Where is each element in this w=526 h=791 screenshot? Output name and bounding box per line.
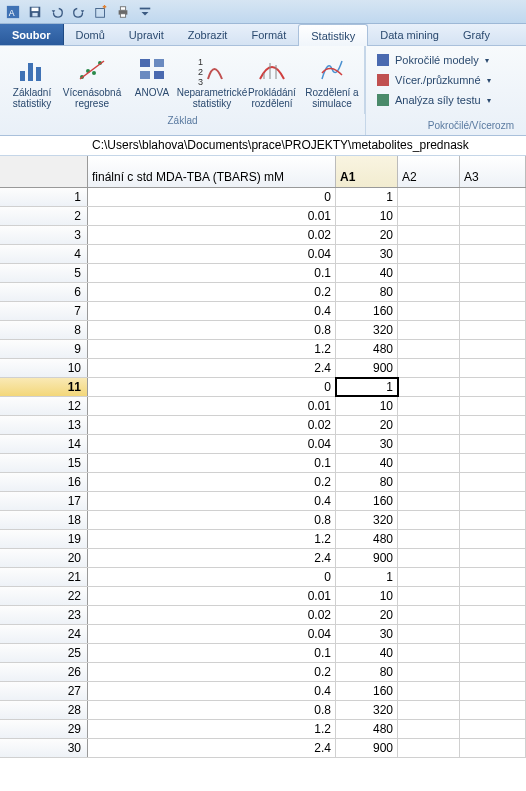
cell[interactable] <box>460 321 526 339</box>
cell[interactable]: 0.8 <box>88 701 336 719</box>
cell[interactable]: 320 <box>336 511 398 529</box>
table-row[interactable]: 302.4900 <box>0 739 526 758</box>
row-header[interactable]: 5 <box>0 264 88 282</box>
table-row[interactable]: 60.280 <box>0 283 526 302</box>
row-header[interactable]: 4 <box>0 245 88 263</box>
menu-file[interactable]: Soubor <box>0 24 64 45</box>
row-header[interactable]: 9 <box>0 340 88 358</box>
cell[interactable]: 2.4 <box>88 359 336 377</box>
cell[interactable] <box>398 416 460 434</box>
ribbon-adv-menu[interactable]: Pokročilé modely <box>372 50 520 70</box>
ribbon-regression-button[interactable]: Vícenásobná regrese <box>62 50 122 112</box>
cell[interactable] <box>398 606 460 624</box>
table-row[interactable]: 120.0110 <box>0 397 526 416</box>
cell[interactable]: 0.2 <box>88 283 336 301</box>
cell[interactable] <box>460 264 526 282</box>
cell[interactable]: 0.04 <box>88 245 336 263</box>
table-row[interactable]: 191.2480 <box>0 530 526 549</box>
cell[interactable] <box>460 663 526 681</box>
column-header-a2[interactable]: A2 <box>398 156 460 187</box>
cell[interactable]: 0.1 <box>88 264 336 282</box>
cell[interactable] <box>398 226 460 244</box>
row-header[interactable]: 29 <box>0 720 88 738</box>
cell[interactable]: 80 <box>336 283 398 301</box>
row-header[interactable]: 12 <box>0 397 88 415</box>
cell[interactable]: 0.01 <box>88 207 336 225</box>
row-header[interactable]: 14 <box>0 435 88 453</box>
cell[interactable]: 0.01 <box>88 587 336 605</box>
cell[interactable]: 0.8 <box>88 321 336 339</box>
cell[interactable]: 40 <box>336 644 398 662</box>
table-row[interactable]: 202.4900 <box>0 549 526 568</box>
menu-grafy[interactable]: Grafy <box>451 24 502 45</box>
cell[interactable]: 480 <box>336 530 398 548</box>
cell[interactable]: 10 <box>336 587 398 605</box>
ribbon-sim-button[interactable]: Rozdělení a simulace <box>302 50 362 112</box>
cell[interactable] <box>398 682 460 700</box>
row-header[interactable]: 6 <box>0 283 88 301</box>
cell[interactable] <box>398 530 460 548</box>
menu-formát[interactable]: Formát <box>239 24 298 45</box>
cell[interactable]: 30 <box>336 625 398 643</box>
table-row[interactable]: 170.4160 <box>0 492 526 511</box>
cell[interactable]: 0 <box>88 568 336 586</box>
table-row[interactable]: 260.280 <box>0 663 526 682</box>
cell[interactable]: 0.4 <box>88 682 336 700</box>
cell[interactable]: 0.02 <box>88 606 336 624</box>
cell[interactable] <box>460 454 526 472</box>
row-header[interactable]: 23 <box>0 606 88 624</box>
cell[interactable] <box>460 378 526 396</box>
save-icon[interactable] <box>26 3 44 21</box>
cell[interactable] <box>398 397 460 415</box>
cell[interactable] <box>398 739 460 757</box>
table-row[interactable]: 240.0430 <box>0 625 526 644</box>
table-row[interactable]: 2101 <box>0 568 526 587</box>
cell[interactable]: 1.2 <box>88 720 336 738</box>
cell[interactable] <box>398 283 460 301</box>
cell[interactable]: 1 <box>336 568 398 586</box>
cell[interactable]: 480 <box>336 720 398 738</box>
cell[interactable]: 1.2 <box>88 340 336 358</box>
cell[interactable]: 40 <box>336 454 398 472</box>
cell[interactable] <box>460 416 526 434</box>
column-header-c1[interactable]: finální c std MDA-TBA (TBARS) mM <box>88 156 336 187</box>
cell[interactable] <box>460 549 526 567</box>
cell[interactable] <box>398 549 460 567</box>
row-header[interactable]: 27 <box>0 682 88 700</box>
cell[interactable] <box>398 625 460 643</box>
cell[interactable] <box>398 454 460 472</box>
ribbon-fit-button[interactable]: Prokládání rozdělení <box>242 50 302 112</box>
cell[interactable] <box>460 720 526 738</box>
cell[interactable] <box>398 245 460 263</box>
table-row[interactable]: 220.0110 <box>0 587 526 606</box>
cell[interactable]: 0.02 <box>88 416 336 434</box>
table-row[interactable]: 160.280 <box>0 473 526 492</box>
menu-upravit[interactable]: Upravit <box>117 24 176 45</box>
cell[interactable]: 900 <box>336 549 398 567</box>
table-row[interactable]: 50.140 <box>0 264 526 283</box>
table-row[interactable]: 250.140 <box>0 644 526 663</box>
row-header[interactable]: 10 <box>0 359 88 377</box>
cell[interactable] <box>460 644 526 662</box>
cell[interactable] <box>398 492 460 510</box>
cell[interactable] <box>398 473 460 491</box>
cell[interactable]: 0.1 <box>88 454 336 472</box>
column-header-a1[interactable]: A1 <box>336 156 398 187</box>
row-header[interactable]: 22 <box>0 587 88 605</box>
table-row[interactable]: 91.2480 <box>0 340 526 359</box>
cell[interactable]: 1.2 <box>88 530 336 548</box>
cell[interactable]: 900 <box>336 739 398 757</box>
cell[interactable]: 0.01 <box>88 397 336 415</box>
cell[interactable] <box>398 188 460 206</box>
cell[interactable]: 10 <box>336 207 398 225</box>
cell[interactable]: 0.02 <box>88 226 336 244</box>
cell[interactable] <box>460 188 526 206</box>
row-header[interactable]: 15 <box>0 454 88 472</box>
cell[interactable]: 20 <box>336 606 398 624</box>
table-row[interactable]: 70.4160 <box>0 302 526 321</box>
cell[interactable] <box>460 283 526 301</box>
cell[interactable] <box>398 701 460 719</box>
cell[interactable] <box>460 207 526 225</box>
table-row[interactable]: 101 <box>0 188 526 207</box>
row-header[interactable]: 16 <box>0 473 88 491</box>
